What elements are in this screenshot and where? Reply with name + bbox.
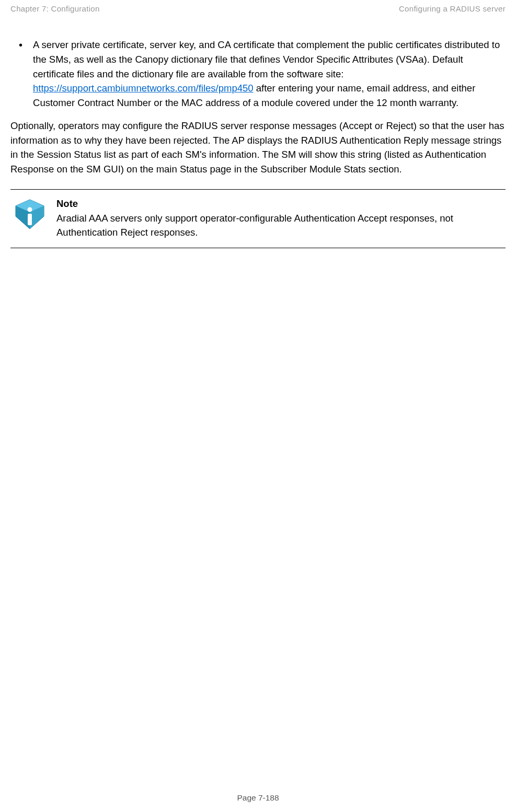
header-section: Configuring a RADIUS server [399, 4, 506, 13]
header-chapter: Chapter 7: Configuration [10, 4, 100, 13]
main-content: • A server private certificate, server k… [10, 38, 506, 248]
note-text: Aradial AAA servers only support operato… [56, 212, 500, 240]
page-header: Chapter 7: Configuration Configuring a R… [0, 4, 516, 13]
note-box: Note Aradial AAA servers only support op… [10, 189, 506, 249]
note-title: Note [56, 198, 500, 210]
svg-rect-4 [28, 214, 32, 225]
support-link[interactable]: https://support.cambiumnetworks.com/file… [33, 83, 254, 94]
body-paragraph: Optionally, operators may configure the … [10, 119, 506, 177]
bullet-marker: • [19, 38, 22, 110]
bullet-list-item: • A server private certificate, server k… [10, 38, 506, 110]
note-info-icon [14, 198, 46, 230]
bullet-text-before: A server private certificate, server key… [33, 39, 500, 79]
svg-point-5 [28, 207, 32, 212]
page-footer: Page 7-188 [0, 793, 516, 803]
note-content: Note Aradial AAA servers only support op… [56, 198, 506, 240]
bullet-text: A server private certificate, server key… [33, 38, 506, 110]
